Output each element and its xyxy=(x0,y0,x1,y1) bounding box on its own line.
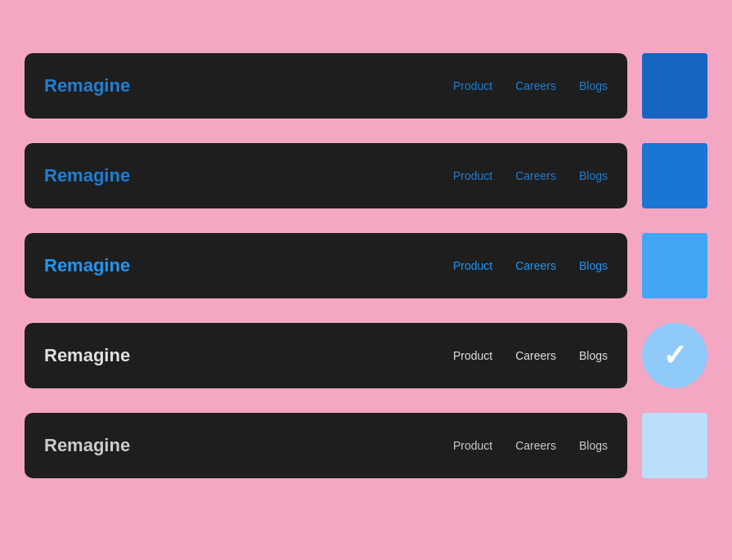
color-swatch-3 xyxy=(642,233,707,298)
color-swatch-5 xyxy=(642,413,707,478)
navbar-row-3: Remagine Product Careers Blogs xyxy=(25,221,707,311)
navbar-3: Remagine Product Careers Blogs xyxy=(25,233,627,298)
brand-4: Remagine xyxy=(44,345,130,366)
navbar-4: Remagine Product Careers Blogs xyxy=(25,323,627,388)
nav-careers-5[interactable]: Careers xyxy=(515,439,556,452)
nav-links-1: Product Careers Blogs xyxy=(453,79,608,92)
nav-product-4[interactable]: Product xyxy=(453,349,492,362)
brand-5: Remagine xyxy=(44,435,130,456)
navbar-2: Remagine Product Careers Blogs xyxy=(25,143,627,208)
nav-product-1[interactable]: Product xyxy=(453,79,492,92)
navbar-row-2: Remagine Product Careers Blogs xyxy=(25,131,707,221)
color-swatch-1 xyxy=(642,53,707,119)
color-swatch-2 xyxy=(642,143,707,208)
navbar-row-1: Remagine Product Careers Blogs xyxy=(25,41,707,131)
navbar-row-5: Remagine Product Careers Blogs xyxy=(25,401,707,491)
nav-links-3: Product Careers Blogs xyxy=(453,259,608,272)
nav-product-3[interactable]: Product xyxy=(453,259,492,272)
nav-product-5[interactable]: Product xyxy=(453,439,492,452)
navbar-5: Remagine Product Careers Blogs xyxy=(25,413,627,478)
nav-blogs-2[interactable]: Blogs xyxy=(579,169,608,182)
nav-blogs-1[interactable]: Blogs xyxy=(579,79,608,92)
nav-careers-2[interactable]: Careers xyxy=(515,169,556,182)
main-container: Remagine Product Careers Blogs Remagine … xyxy=(0,0,732,515)
checkmark-icon: ✓ xyxy=(662,341,687,370)
nav-blogs-5[interactable]: Blogs xyxy=(579,439,608,452)
brand-2: Remagine xyxy=(44,165,130,186)
nav-careers-3[interactable]: Careers xyxy=(515,259,556,272)
brand-1: Remagine xyxy=(44,75,130,96)
nav-links-5: Product Careers Blogs xyxy=(453,439,608,452)
nav-blogs-4[interactable]: Blogs xyxy=(579,349,608,362)
nav-product-2[interactable]: Product xyxy=(453,169,492,182)
nav-links-4: Product Careers Blogs xyxy=(453,349,608,362)
navbar-1: Remagine Product Careers Blogs xyxy=(25,53,627,119)
nav-careers-4[interactable]: Careers xyxy=(515,349,556,362)
nav-careers-1[interactable]: Careers xyxy=(515,79,556,92)
brand-3: Remagine xyxy=(44,255,130,276)
checkmark-circle-4: ✓ xyxy=(642,323,707,388)
navbar-row-4: Remagine Product Careers Blogs ✓ xyxy=(25,311,707,401)
nav-links-2: Product Careers Blogs xyxy=(453,169,608,182)
nav-blogs-3[interactable]: Blogs xyxy=(579,259,608,272)
